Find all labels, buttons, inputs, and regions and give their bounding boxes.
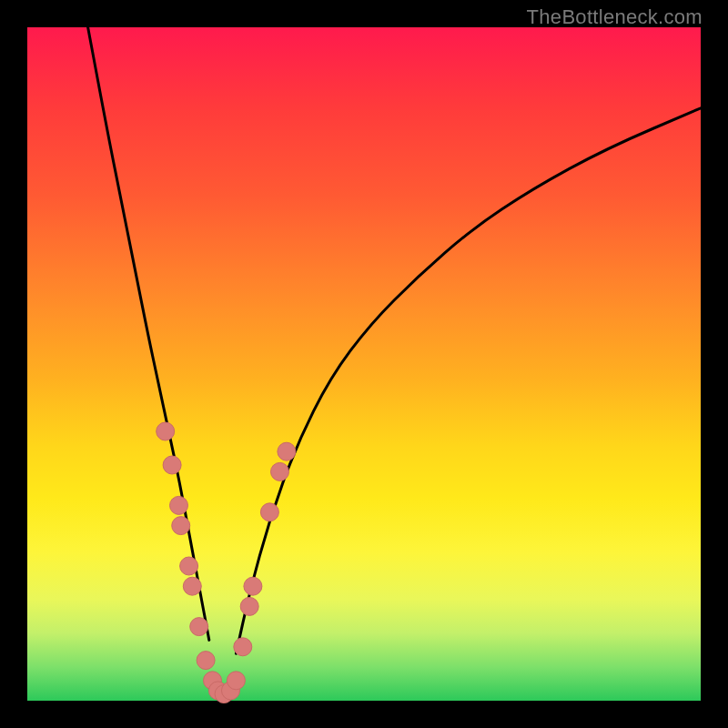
watermark-label: TheBottleneck.com (527, 5, 703, 29)
curve-right-branch (236, 108, 701, 653)
marker-point (278, 442, 296, 460)
marker-point (197, 652, 215, 670)
marker-point (240, 597, 258, 615)
marker-point (180, 557, 198, 575)
marker-point (170, 496, 188, 514)
marker-point (172, 517, 190, 535)
highlight-markers (157, 422, 296, 703)
chart-frame: TheBottleneck.com (0, 0, 728, 728)
bottleneck-curve (88, 27, 701, 696)
marker-point (163, 456, 181, 474)
marker-point (271, 462, 289, 480)
marker-point (244, 577, 262, 595)
marker-point (190, 618, 208, 636)
curve-left-branch (88, 27, 209, 640)
marker-point (260, 503, 278, 521)
marker-point (157, 422, 175, 440)
chart-svg (27, 27, 701, 701)
marker-point (183, 577, 201, 595)
marker-point (227, 672, 245, 690)
marker-point (234, 638, 252, 656)
